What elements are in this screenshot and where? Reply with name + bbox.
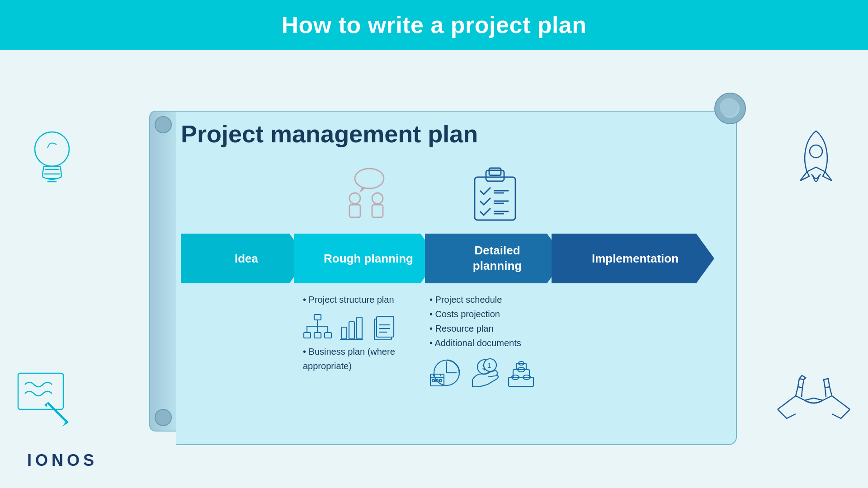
svg-point-5 xyxy=(810,145,822,158)
svg-rect-23 xyxy=(304,333,311,338)
svg-rect-57 xyxy=(513,370,529,378)
scroll-container: Project management plan xyxy=(122,93,746,445)
svg-rect-15 xyxy=(489,168,501,175)
icon-detailed-planning xyxy=(425,166,565,225)
svg-rect-33 xyxy=(357,317,362,339)
scroll-title: Project management plan xyxy=(181,120,737,148)
detailed-item-3: Resource plan xyxy=(429,321,561,336)
below-detailed: Project schedule Costs projection Resour… xyxy=(425,286,565,393)
step-implementation: Implementation xyxy=(552,234,714,283)
certificate-icon xyxy=(14,369,77,434)
detailed-item-4: Additional documents xyxy=(429,336,561,350)
detailed-item-1: Project schedule xyxy=(429,292,561,307)
icon-rough-planning xyxy=(294,166,439,225)
arrows-row: Idea Rough planning Detailedplanning Imp… xyxy=(181,234,737,283)
svg-point-11 xyxy=(372,193,383,204)
svg-rect-24 xyxy=(314,333,321,338)
svg-rect-49 xyxy=(439,380,442,382)
svg-rect-25 xyxy=(325,333,331,338)
svg-rect-32 xyxy=(349,322,354,339)
scroll-curl-top-right xyxy=(714,93,746,124)
svg-text:1: 1 xyxy=(487,362,491,369)
below-arrows: Project structure plan xyxy=(181,286,737,393)
step-rough-planning: Rough planning xyxy=(294,234,439,283)
svg-rect-10 xyxy=(349,205,360,217)
rocket-icon xyxy=(789,122,843,196)
page-title: How to write a project plan xyxy=(281,11,586,38)
handshake-icon xyxy=(773,373,854,434)
ionos-logo: IONOS xyxy=(27,451,98,470)
svg-rect-36 xyxy=(377,316,394,337)
top-banner: How to write a project plan xyxy=(0,0,868,50)
svg-rect-12 xyxy=(372,205,383,217)
main-content: IONOS xyxy=(0,50,868,488)
svg-rect-47 xyxy=(432,380,434,382)
lightbulb-icon xyxy=(25,122,79,196)
svg-rect-22 xyxy=(314,314,321,320)
svg-line-7 xyxy=(47,403,68,423)
detailed-item-2: Costs projection xyxy=(429,307,561,321)
below-idea xyxy=(181,286,307,393)
rough-mini-icons xyxy=(303,314,434,341)
svg-point-8 xyxy=(355,169,384,188)
icons-row xyxy=(181,157,737,229)
step-idea: Idea xyxy=(181,234,307,283)
step-detailed-planning: Detailedplanning xyxy=(425,234,565,283)
svg-rect-31 xyxy=(341,327,347,339)
scroll-content: Project management plan xyxy=(181,115,737,436)
svg-point-0 xyxy=(35,132,69,166)
svg-point-9 xyxy=(349,193,360,204)
rough-item-1: Project structure plan xyxy=(303,292,434,307)
rough-item-2: Business plan (where appropriate) xyxy=(303,344,434,373)
svg-rect-6 xyxy=(18,373,63,409)
detailed-mini-icons: $ 1 xyxy=(429,357,561,389)
below-rough: Project structure plan xyxy=(294,286,439,393)
